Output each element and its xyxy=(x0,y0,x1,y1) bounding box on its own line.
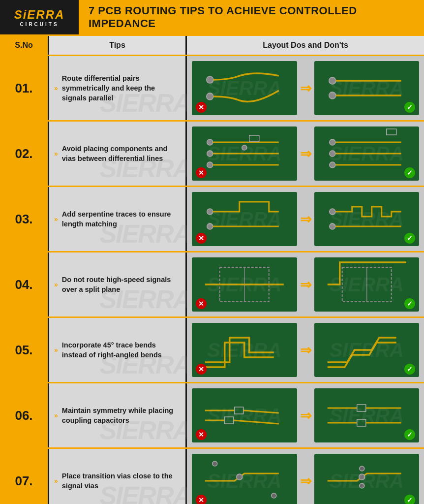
pcb-right-svg-6 xyxy=(314,388,420,442)
row-layout-3: SIERRA ✕ ⇒ SIERRA xyxy=(187,187,424,251)
tip-text-5: Incorporate 45° trace bends instead of r… xyxy=(62,340,178,360)
svg-rect-24 xyxy=(357,419,365,426)
svg-point-1 xyxy=(207,93,213,100)
pcb-right-svg-4 xyxy=(314,257,420,312)
chevron-icon-2: » xyxy=(54,150,58,158)
chevron-icon-6: » xyxy=(54,411,58,419)
row-layout-7: SIERRA ✕ ⇒ xyxy=(187,449,424,504)
arrow-5: ⇒ xyxy=(300,342,311,358)
pcb-right-7: SIERRA ✓ xyxy=(314,454,420,504)
layout-inner-7: SIERRA ✕ ⇒ xyxy=(192,454,419,504)
arrow-7: ⇒ xyxy=(300,473,311,489)
logo-sub: CIRCUITS xyxy=(14,22,65,27)
title-section: 7 PCB Routing Tips to Achieve Controlled… xyxy=(79,0,424,34)
status-wrong-3: ✕ xyxy=(196,233,207,244)
svg-point-5 xyxy=(207,151,213,157)
status-right-5: ✓ xyxy=(404,364,415,375)
svg-point-0 xyxy=(207,76,213,83)
tip-row-1: 01. » Route differential pairs symmetric… xyxy=(0,55,424,120)
pcb-wrong-5: SIERRA ✕ xyxy=(192,323,297,377)
tip-row-3: 03. » Add serpentine traces to ensure le… xyxy=(0,186,424,251)
row-layout-2: SIERRA ✕ xyxy=(187,122,424,186)
pcb-wrong-2: SIERRA ✕ xyxy=(192,126,297,181)
pcb-right-svg-2 xyxy=(314,126,420,181)
tip-row-2: 02. » Avoid placing components and vias … xyxy=(0,120,424,186)
pcb-right-svg-7 xyxy=(314,454,420,504)
svg-point-7 xyxy=(242,145,247,150)
logo-section: SiERRA CIRCUITS xyxy=(0,0,79,34)
chevron-icon-5: » xyxy=(54,346,58,354)
column-headers: S.No Tips Layout Dos and Don'ts xyxy=(0,34,424,55)
svg-point-3 xyxy=(329,92,335,99)
tip-text-2: Avoid placing components and vias betwee… xyxy=(62,144,178,164)
layout-inner-1: SIERRA ✕ ⇒ S xyxy=(192,61,419,115)
pcb-wrong-svg-3 xyxy=(192,192,297,246)
pcb-right-3: SIERRA ✓ xyxy=(314,192,420,246)
pcb-right-svg-1 xyxy=(314,61,420,115)
header: SiERRA CIRCUITS 7 PCB Routing Tips to Ac… xyxy=(0,0,424,34)
svg-rect-23 xyxy=(357,405,365,411)
svg-point-10 xyxy=(329,151,335,157)
pcb-wrong-1: SIERRA ✕ xyxy=(192,61,297,115)
arrow-3: ⇒ xyxy=(300,211,311,227)
row-tip-5: » Incorporate 45° trace bends instead of… xyxy=(49,318,187,382)
pcb-wrong-svg-6 xyxy=(192,388,297,442)
row-layout-4: SIERRA ✕ ⇒ S xyxy=(187,252,424,316)
pcb-right-4: SIERRA ✓ xyxy=(314,257,420,312)
row-tip-6: » Maintain symmetry while placing coupli… xyxy=(49,383,187,447)
layout-inner-4: SIERRA ✕ ⇒ S xyxy=(192,257,419,312)
status-right-2: ✓ xyxy=(404,167,415,178)
layout-inner-2: SIERRA ✕ xyxy=(192,126,419,181)
logo-main: SiERRA xyxy=(14,8,65,22)
chevron-icon-1: » xyxy=(54,84,58,92)
row-tip-1: » Route differential pairs symmetrically… xyxy=(49,56,187,120)
svg-point-11 xyxy=(329,162,335,168)
status-right-1: ✓ xyxy=(404,102,415,113)
svg-point-6 xyxy=(207,162,213,168)
svg-point-13 xyxy=(207,209,213,215)
arrow-2: ⇒ xyxy=(300,146,311,162)
svg-point-16 xyxy=(329,223,335,229)
row-tip-3: » Add serpentine traces to ensure length… xyxy=(49,187,187,251)
status-wrong-6: ✕ xyxy=(196,429,207,440)
tip-row-6: 06. » Maintain symmetry while placing co… xyxy=(0,382,424,447)
pcb-wrong-svg-2 xyxy=(192,126,297,181)
pcb-right-svg-3 xyxy=(314,192,420,246)
row-layout-5: SIERRA ✕ ⇒ SIERRA xyxy=(187,318,424,382)
row-num-2: 02. xyxy=(0,122,49,186)
status-wrong-1: ✕ xyxy=(196,102,207,113)
status-right-4: ✓ xyxy=(404,298,415,309)
tip-text-6: Maintain symmetry while placing coupling… xyxy=(62,406,178,426)
svg-point-9 xyxy=(329,139,335,145)
chevron-icon-4: » xyxy=(54,281,58,288)
tip-text-3: Add serpentine traces to ensure length m… xyxy=(62,209,178,229)
col-header-tips: Tips xyxy=(49,36,187,55)
status-wrong-7: ✕ xyxy=(196,495,207,504)
svg-rect-8 xyxy=(249,135,259,141)
status-right-6: ✓ xyxy=(404,429,415,440)
status-right-7: ✓ xyxy=(404,495,415,504)
pcb-wrong-6: SIERRA ✕ xyxy=(192,388,297,442)
pcb-wrong-4: SIERRA ✕ xyxy=(192,257,297,312)
svg-point-14 xyxy=(207,223,213,229)
pcb-wrong-svg-4 xyxy=(192,257,297,312)
tip-row-4: 04. » Do not route high-speed signals ov… xyxy=(0,251,424,316)
pcb-right-2: SIERRA ✓ xyxy=(314,126,420,181)
pcb-right-svg-5 xyxy=(314,323,420,377)
layout-inner-5: SIERRA ✕ ⇒ SIERRA xyxy=(192,323,419,377)
row-num-6: 06. xyxy=(0,383,49,447)
status-wrong-2: ✕ xyxy=(196,167,207,178)
status-wrong-5: ✕ xyxy=(196,364,207,375)
chevron-icon-7: » xyxy=(54,477,58,485)
pcb-right-5: SIERRA ✓ xyxy=(314,323,420,377)
pcb-wrong-svg-7 xyxy=(192,454,297,504)
svg-point-26 xyxy=(212,461,217,466)
svg-point-30 xyxy=(359,483,364,488)
status-right-3: ✓ xyxy=(404,233,415,244)
page-wrapper: SiERRA CIRCUITS 7 PCB Routing Tips to Ac… xyxy=(0,0,424,504)
svg-point-28 xyxy=(359,474,364,480)
col-header-layout: Layout Dos and Don'ts xyxy=(187,36,424,55)
pcb-right-6: SIERRA ✓ xyxy=(314,388,420,442)
svg-rect-21 xyxy=(235,407,243,414)
tip-text-4: Do not route high-speed signals over a s… xyxy=(62,275,178,295)
